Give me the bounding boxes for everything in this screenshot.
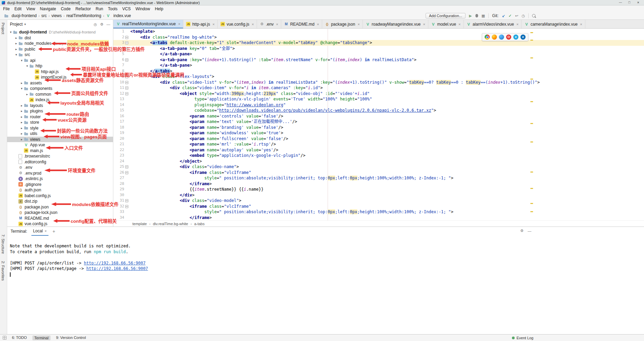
terminal-link[interactable]: http://192.168.66.56:9007 [86, 266, 148, 271]
maximize-icon[interactable] [625, 0, 633, 5]
tree-item-package-lock.json[interactable]: package-lock.json [7, 210, 113, 216]
tree-item-README.md[interactable]: README.md [7, 216, 113, 221]
tool-button-favorites[interactable]: 2: Favorites [1, 261, 5, 281]
code-line[interactable]: 30 </div> [113, 192, 644, 198]
code-line[interactable]: 5 </a-tab-pane> [113, 51, 644, 57]
hide-panel-icon[interactable] [106, 22, 110, 27]
fold-marker-icon[interactable] [124, 80, 129, 85]
fold-marker-icon[interactable] [124, 198, 129, 204]
code-line[interactable]: 2 <div class="realTime bg-white"> [113, 35, 644, 40]
menu-edit[interactable]: Edit [12, 6, 24, 11]
code-line[interactable]: 8 </a-tabs> [113, 68, 644, 74]
code-line[interactable]: 17 <param name='text' value='正在加载视频中...'… [113, 119, 644, 125]
close-icon[interactable] [212, 22, 214, 26]
tool-button-project[interactable]: Project [1, 23, 5, 34]
tree-item-.gitignore[interactable]: .gitignore [7, 182, 113, 188]
git-update-icon[interactable] [502, 14, 505, 18]
tree-item-views[interactable]: views [7, 137, 113, 142]
menu-view[interactable]: View [24, 6, 38, 11]
tree-item-http[interactable]: http [7, 63, 113, 69]
editor-tab-realTimeMonitoring-index.vue[interactable]: realTimeMonitoring\index.vue [113, 20, 183, 28]
git-revert-icon[interactable] [515, 14, 518, 18]
menu-code[interactable]: Code [58, 6, 73, 11]
code-line[interactable]: 4 <a-tab-pane key="0" tab="全部"> [113, 46, 644, 52]
tree-item-.browserslistrc[interactable]: .browserslistrc [7, 153, 113, 159]
history-icon[interactable] [521, 14, 525, 18]
code-line[interactable]: 26 <iframe class="vlcIframe" [113, 170, 644, 176]
chevron-collapsed-icon[interactable] [19, 109, 24, 113]
tool-button-structure[interactable]: 7: Structure [1, 234, 5, 254]
code-line[interactable]: 3 <a-tabs default-active-key="1" slot="h… [113, 40, 644, 46]
tree-item-public[interactable]: public [7, 46, 113, 52]
add-configuration-button[interactable]: Add Configuration... [426, 13, 466, 18]
tree-item-style[interactable]: style [7, 125, 113, 131]
menu-help[interactable]: Help [153, 6, 166, 11]
terminal-tab-local[interactable]: Local [31, 227, 48, 236]
tree-item-store[interactable]: store [7, 120, 113, 125]
hide-panel-icon[interactable] [528, 229, 531, 233]
code-line[interactable]: 24 </object> [113, 159, 644, 164]
tree-item-utils[interactable]: utils [7, 131, 113, 137]
fold-marker-icon[interactable] [124, 204, 129, 209]
code-line[interactable]: 28 </iframe> [113, 181, 644, 187]
tree-item-dist.zip[interactable]: dist.zip [7, 199, 113, 204]
breadcrumb-duoji-frontend[interactable]: duoji-frontend [4, 13, 37, 18]
git-commit-icon[interactable] [509, 14, 512, 18]
code-line[interactable]: 13 type='application/x-vlc-plugin' event… [113, 96, 644, 102]
code-line[interactable]: 34 </iframe> [113, 215, 644, 221]
debug-icon[interactable] [475, 14, 478, 17]
editor-tab-package.json[interactable]: package.json [322, 20, 363, 28]
code-editor[interactable]: 1<template>2 <div class="realTime bg-whi… [113, 29, 644, 220]
chevron-collapsed-icon[interactable] [19, 104, 24, 107]
gear-icon[interactable] [100, 22, 103, 27]
terminal-output[interactable]: Note that the development build is not o… [7, 236, 644, 334]
tree-item-plugins[interactable]: plugins [7, 108, 113, 114]
tree-item-babel.config.js[interactable]: babel.config.js [7, 193, 113, 199]
code-line[interactable]: 22 <param name='autoplay' value='yes'/> [113, 147, 644, 153]
menu-file[interactable]: File [1, 6, 12, 11]
chevron-collapsed-icon[interactable] [14, 36, 18, 40]
breadcrumb-a-tabs[interactable]: a-tabs [194, 222, 205, 226]
new-session-icon[interactable] [53, 229, 55, 234]
menu-refactor[interactable]: Refactor [73, 6, 93, 11]
close-icon[interactable] [178, 22, 180, 26]
editor-tab-.env[interactable]: .env [257, 20, 281, 28]
statusbar-terminal[interactable]: Terminal [32, 336, 51, 340]
editor-tab-README.md[interactable]: README.md [281, 20, 322, 28]
breadcrumb-views[interactable]: views [52, 13, 62, 18]
tree-item-common[interactable]: common [7, 92, 113, 97]
code-line[interactable]: 27 style=" position:absolute;visibility:… [113, 175, 644, 181]
menu-window[interactable]: Window [133, 6, 153, 11]
chevron-expanded-icon[interactable] [19, 87, 24, 90]
code-line[interactable]: 10 <div class="video-list" v-for="(item,… [113, 80, 644, 85]
menu-navigate[interactable]: Navigate [38, 6, 58, 11]
chevron-collapsed-icon[interactable] [19, 81, 24, 85]
code-line[interactable]: 20 <param name='fullscreen' value='false… [113, 136, 644, 142]
code-line[interactable]: 18 <param name='branding' value='false'/… [113, 125, 644, 131]
tree-item-node_modules[interactable]: node_moduleslibrary root [7, 41, 113, 46]
fold-marker-icon[interactable] [124, 46, 129, 52]
close-icon[interactable] [358, 22, 360, 26]
code-line[interactable]: 23 <embed type="application/x-google-vlc… [113, 153, 644, 159]
fold-marker-icon[interactable] [124, 40, 129, 46]
fold-marker-icon[interactable] [124, 164, 129, 170]
tree-item-vue.config.js[interactable]: vue.config.js [7, 221, 113, 227]
breadcrumb-realTimeMonitoring[interactable]: realTimeMonitoring [66, 13, 101, 18]
editor-tab-vue.config.js[interactable]: vue.config.js [218, 20, 257, 28]
close-icon[interactable] [423, 22, 425, 26]
fold-marker-icon[interactable] [124, 35, 129, 40]
tree-item-components[interactable]: components [7, 86, 113, 92]
tool-window-switcher-icon[interactable] [3, 336, 6, 340]
tree-item-main.js[interactable]: main.js [7, 148, 113, 154]
tree-item-index.js[interactable]: index.js [7, 97, 113, 103]
close-icon[interactable] [317, 22, 319, 26]
locate-file-icon[interactable] [94, 22, 97, 27]
run-icon[interactable] [469, 14, 472, 18]
tree-item-App.vue[interactable]: App.vue [7, 142, 113, 148]
chevron-collapsed-icon[interactable] [19, 126, 24, 130]
breadcrumb-src[interactable]: src [41, 13, 47, 18]
code-line[interactable]: 1<template> [113, 29, 644, 35]
breadcrumb-index.vue[interactable]: index.vue [106, 13, 131, 18]
close-icon[interactable] [516, 22, 518, 26]
chevron-collapsed-icon[interactable] [25, 93, 29, 96]
